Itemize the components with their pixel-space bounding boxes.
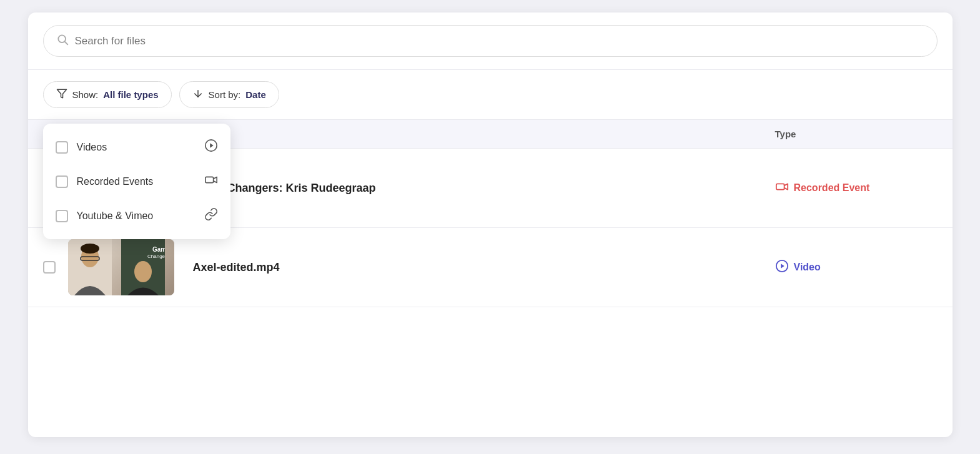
recorded-event-icon [204, 173, 218, 190]
show-label: Show: [72, 89, 99, 100]
checkbox-youtube-vimeo[interactable] [56, 210, 68, 222]
svg-point-17 [81, 244, 99, 254]
checkbox-videos[interactable] [56, 141, 68, 154]
svg-text:Game: Game [152, 246, 165, 253]
sort-down-icon [192, 88, 204, 101]
svg-point-21 [134, 261, 152, 282]
row-thumbnail-2: Game Changers [68, 239, 193, 295]
sort-label: Sort by: [209, 89, 241, 100]
row-name-2: Axel-edited.mp4 [193, 261, 775, 274]
thumb-image-2: Game Changers [68, 239, 174, 295]
svg-rect-6 [205, 177, 213, 182]
dropdown-item-youtube-vimeo[interactable]: Youtube & Vimeo [43, 199, 230, 233]
search-bar [43, 25, 938, 57]
video-type-icon [775, 259, 789, 275]
svg-rect-13 [776, 184, 784, 189]
sort-button[interactable]: Sort by: Date [179, 81, 279, 108]
checkbox-recorded-events[interactable] [56, 175, 68, 188]
filter-button[interactable]: Show: All file types [43, 81, 172, 108]
filter-funnel-icon [56, 88, 67, 101]
link-icon [204, 207, 218, 224]
recorded-event-type-icon [775, 180, 789, 196]
svg-marker-2 [57, 89, 66, 98]
dropdown-item-videos[interactable]: Videos [43, 130, 230, 164]
row-checkbox-2[interactable] [43, 261, 68, 274]
row-type-2: Video [775, 259, 938, 275]
video-play-icon [204, 139, 218, 155]
search-input[interactable] [75, 35, 924, 47]
header-type-col: Type [775, 129, 938, 139]
checkbox-box-2[interactable] [43, 261, 56, 274]
search-bar-container [28, 12, 953, 70]
dropdown-label-youtube-vimeo: Youtube & Vimeo [77, 210, 196, 222]
svg-line-1 [64, 42, 67, 45]
svg-marker-23 [781, 264, 784, 268]
sort-value: Date [245, 89, 266, 100]
row-type-label-1: Recorded Event [794, 182, 870, 194]
svg-text:Changers: Changers [147, 254, 165, 259]
dropdown-label-videos: Videos [77, 142, 196, 153]
row-type-1: Recorded Event [775, 180, 938, 196]
thumb-left-2 [68, 239, 121, 295]
svg-marker-5 [210, 143, 214, 147]
row-name-1: Game Changers: Kris Rudeegraap [193, 182, 775, 195]
filter-dropdown: Videos Recorded Events Youtube & Vim [43, 124, 230, 239]
search-icon [56, 33, 69, 49]
row-type-label-2: Video [794, 262, 821, 273]
main-container: Show: All file types Sort by: Date Video… [28, 12, 953, 437]
thumb-right-2: Game Changers [121, 239, 174, 295]
show-value: All file types [103, 89, 158, 100]
dropdown-item-recorded-events[interactable]: Recorded Events [43, 164, 230, 199]
dropdown-label-recorded-events: Recorded Events [77, 176, 196, 187]
filter-row: Show: All file types Sort by: Date [28, 70, 953, 120]
table-row: Game Changers Axel-edited.mp4 Video [28, 228, 953, 307]
